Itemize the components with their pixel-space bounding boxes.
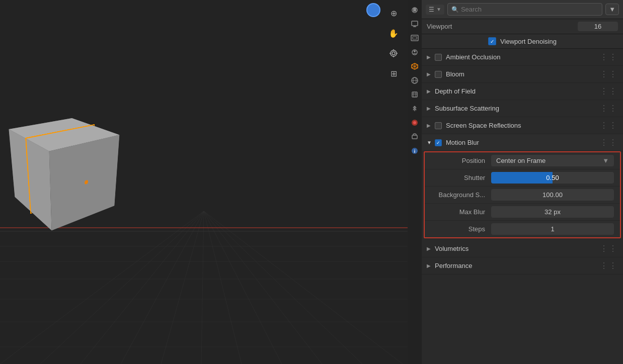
ssr-checkbox[interactable] (435, 122, 442, 129)
position-label: Position (431, 157, 491, 164)
ambient-occlusion-label: Ambient Occlusion (446, 53, 600, 61)
shutter-row: Shutter 0.50 (425, 169, 620, 187)
bloom-arrow: ▶ (427, 71, 433, 77)
subsurface-scattering-label: Subsurface Scattering (435, 105, 600, 112)
steps-value[interactable]: 1 (491, 223, 614, 235)
ambient-occlusion-row[interactable]: ▶ Ambient Occlusion ⋮⋮ (422, 49, 623, 66)
depth-of-field-row[interactable]: ▶ Depth of Field ⋮⋮ (422, 83, 623, 100)
viewport-navigation-circle[interactable] (366, 3, 380, 17)
performance-label: Performance (435, 262, 600, 269)
volumetrics-arrow: ▶ (427, 246, 433, 251)
volumetrics-label: Volumetrics (435, 245, 600, 252)
sidebar-icon-physics[interactable] (409, 117, 421, 129)
subsurface-scattering-dots: ⋮⋮ (600, 104, 618, 113)
shutter-value[interactable]: 0.50 (491, 172, 614, 184)
position-dropdown[interactable]: Center on Frame ▼ (491, 155, 614, 166)
subsurface-scattering-arrow: ▶ (427, 106, 433, 111)
max-blur-row: Max Blur 32 px (425, 204, 620, 221)
background-scale-label: Background S... (431, 191, 491, 199)
performance-dots: ⋮⋮ (600, 261, 618, 270)
svg-rect-32 (413, 37, 417, 39)
properties-header: ☰ ▼ 🔍 ▼ (422, 0, 623, 19)
viewport-denoising-row: ✓ Viewport Denoising (422, 34, 623, 49)
position-value: Center on Frame (496, 157, 546, 164)
sidebar-icon-scene-props[interactable] (409, 60, 421, 72)
shutter-label: Shutter (431, 174, 491, 181)
search-wrapper: 🔍 (447, 3, 602, 16)
svg-rect-49 (412, 135, 417, 139)
viewport-samples-value[interactable]: 16 (578, 22, 618, 31)
position-row: Position Center on Frame ▼ (425, 152, 620, 169)
svg-point-34 (414, 50, 416, 52)
motion-blur-arrow: ▼ (427, 140, 433, 145)
position-dropdown-arrow: ▼ (602, 157, 609, 164)
svg-point-21 (392, 52, 395, 55)
svg-rect-31 (411, 35, 418, 41)
ambient-occlusion-dots: ⋮⋮ (600, 52, 618, 62)
cube-mesh (27, 126, 94, 212)
menu-icon: ☰ (429, 6, 434, 13)
motion-blur-checkbox[interactable]: ✓ (435, 139, 442, 146)
subsurface-scattering-row[interactable]: ▶ Subsurface Scattering ⋮⋮ (422, 100, 623, 117)
svg-rect-28 (412, 21, 418, 26)
ambient-occlusion-arrow: ▶ (427, 54, 433, 60)
ssr-arrow: ▶ (427, 123, 433, 128)
volumetrics-row[interactable]: ▶ Volumetrics ⋮⋮ (422, 240, 623, 257)
svg-point-22 (391, 50, 397, 56)
search-input[interactable] (447, 3, 602, 16)
ambient-occlusion-checkbox[interactable] (435, 54, 442, 61)
sidebar-icon-particles[interactable] (409, 103, 421, 115)
svg-point-48 (413, 121, 416, 124)
properties-panel: i ☰ ▼ 🔍 ▼ Viewport 16 ✓ Viewport Denoisi… (408, 0, 623, 364)
properties-sidebar: i (408, 0, 422, 364)
sidebar-icon-render[interactable] (409, 18, 421, 30)
svg-rect-38 (412, 92, 417, 97)
sidebar-icon-view-layer[interactable] (409, 46, 421, 58)
bloom-label: Bloom (446, 70, 600, 78)
sidebar-icon-scene[interactable] (409, 4, 421, 16)
grid-tool-icon[interactable]: ⊞ (385, 65, 402, 81)
ssr-dots: ⋮⋮ (600, 121, 618, 130)
sidebar-icon-world[interactable] (409, 74, 421, 86)
viewport-denoising-label: Viewport Denoising (500, 38, 557, 45)
filter-dropdown[interactable]: ▼ (605, 4, 619, 15)
viewport-samples-label: Viewport (427, 23, 578, 30)
viewport-toolbar: ⊕ ✋ ⊞ (385, 5, 402, 81)
motion-blur-expanded-content: Position Center on Frame ▼ Shutter 0.50 … (424, 151, 621, 238)
properties-list: ▶ Ambient Occlusion ⋮⋮ ▶ Bloom ⋮⋮ ▶ Dept… (422, 49, 623, 364)
sidebar-icon-data[interactable]: i (409, 145, 421, 157)
depth-of-field-dots: ⋮⋮ (600, 86, 618, 96)
max-blur-value[interactable]: 32 px (491, 206, 614, 218)
viewport-samples-row: Viewport 16 (422, 19, 623, 34)
bloom-dots: ⋮⋮ (600, 69, 618, 79)
steps-label: Steps (431, 225, 491, 233)
depth-of-field-label: Depth of Field (435, 87, 600, 95)
steps-row: Steps 1 (425, 221, 620, 237)
depth-of-field-arrow: ▶ (427, 88, 433, 94)
viewport-denoising-checkbox[interactable]: ✓ (488, 37, 496, 45)
sidebar-icon-object[interactable] (409, 88, 421, 101)
motion-blur-row[interactable]: ▼ ✓ Motion Blur ⋮⋮ (422, 134, 623, 151)
motion-blur-label: Motion Blur (446, 139, 600, 146)
camera-tool-icon[interactable] (385, 45, 402, 61)
performance-row[interactable]: ▶ Performance ⋮⋮ (422, 257, 623, 275)
sidebar-icon-output[interactable] (409, 32, 421, 44)
cube-object (25, 131, 116, 221)
motion-blur-dots: ⋮⋮ (600, 138, 618, 147)
sidebar-icon-constraints[interactable] (409, 131, 421, 143)
zoom-tool-icon[interactable]: ⊕ (385, 5, 402, 21)
max-blur-label: Max Blur (431, 208, 491, 216)
ssr-label: Screen Space Reflections (446, 122, 600, 129)
background-scale-value[interactable]: 100.00 (491, 189, 614, 201)
screen-space-reflections-row[interactable]: ▶ Screen Space Reflections ⋮⋮ (422, 117, 623, 134)
svg-text:i: i (414, 149, 416, 154)
volumetrics-dots: ⋮⋮ (600, 244, 618, 253)
bloom-row[interactable]: ▶ Bloom ⋮⋮ (422, 66, 623, 83)
3d-viewport[interactable]: ⊕ ✋ ⊞ (0, 0, 408, 364)
bloom-checkbox[interactable] (435, 71, 442, 78)
properties-content: ☰ ▼ 🔍 ▼ Viewport 16 ✓ Viewport Denoising… (422, 0, 623, 364)
properties-menu-button[interactable]: ☰ ▼ (426, 5, 444, 15)
pan-tool-icon[interactable]: ✋ (385, 25, 402, 41)
menu-dropdown-arrow: ▼ (436, 7, 441, 12)
background-scale-row: Background S... 100.00 (425, 187, 620, 204)
